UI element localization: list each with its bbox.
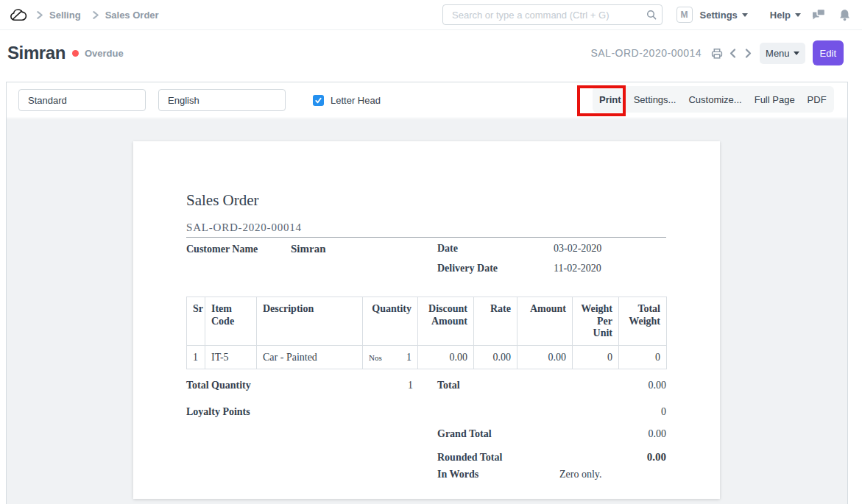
page-head: Simran Overdue SAL-ORD-2020-00014 Menu E…: [0, 30, 862, 82]
cell-item-code: IT-5: [205, 345, 257, 369]
search-icon: [646, 10, 657, 23]
help-menu[interactable]: Help: [770, 10, 801, 21]
settings-menu[interactable]: Settings: [700, 10, 748, 21]
col-description: Description: [257, 297, 363, 346]
chevron-down-icon: [795, 13, 801, 17]
total-quantity-value: 1: [393, 380, 437, 392]
rounded-total-value: 0.00: [554, 451, 666, 464]
print-preview-page: Sales Order SAL-ORD-2020-00014 Customer …: [133, 141, 720, 499]
print-toolbar: Standard English Letter Head Print Setti…: [7, 82, 847, 118]
col-total-weight: Total Weight: [619, 297, 667, 346]
grand-total-value: 0.00: [554, 428, 666, 441]
cell-quantity: Nos1: [363, 345, 418, 369]
items-table: Sr Item Code Description Quantity Discou…: [186, 297, 667, 369]
col-weight-per-unit: Weight Per Unit: [573, 297, 619, 346]
pdf-action[interactable]: PDF: [808, 94, 827, 105]
breadcrumb-item-sales-order[interactable]: Sales Order: [105, 10, 159, 21]
chat-icon[interactable]: [811, 8, 826, 21]
document-id: SAL-ORD-2020-00014: [590, 47, 702, 59]
print-preview-card: Standard English Letter Head Print Setti…: [6, 82, 848, 504]
checkbox-checked-icon: [313, 95, 324, 106]
menu-button[interactable]: Menu: [760, 43, 805, 64]
rounded-total-label: Rounded Total: [437, 452, 554, 464]
col-sr: Sr: [187, 297, 205, 346]
language-select[interactable]: English: [158, 89, 286, 111]
breadcrumb-item-selling[interactable]: Selling: [49, 10, 81, 21]
delivery-date-value: 11-02-2020: [554, 263, 601, 274]
print-icon[interactable]: [710, 47, 724, 60]
notifications-bell-icon[interactable]: [839, 9, 850, 21]
cell-total-weight: 0: [619, 345, 667, 369]
items-table-header: Sr Item Code Description Quantity Discou…: [187, 297, 667, 346]
breadcrumb-chevron-icon: [91, 10, 100, 20]
toolbar-actions: Print Settings... Customize... Full Page…: [593, 86, 834, 113]
app-logo-icon[interactable]: [9, 6, 29, 24]
cell-rate: 0.00: [474, 345, 517, 369]
breadcrumb-chevron-icon: [35, 10, 44, 20]
navbar-right: M Settings Help: [676, 7, 850, 23]
uom-value: Nos: [369, 352, 382, 364]
col-rate: Rate: [474, 297, 517, 346]
settings-label: Settings: [700, 10, 738, 21]
edit-button[interactable]: Edit: [813, 40, 844, 65]
in-words-label: In Words: [437, 469, 554, 481]
status-badge: Overdue: [85, 48, 124, 59]
letter-head-label: Letter Head: [331, 95, 381, 106]
print-area: Sales Order SAL-ORD-2020-00014 Customer …: [7, 119, 847, 504]
global-search: [442, 4, 663, 25]
navbar: Selling Sales Order M Settings Help: [0, 0, 862, 30]
menu-label: Menu: [766, 48, 790, 59]
doc-fields: Customer Name Simran Date 03-02-2020 Del…: [186, 243, 666, 283]
col-amount: Amount: [517, 297, 573, 346]
next-document-icon[interactable]: [743, 48, 753, 59]
breadcrumb: Selling Sales Order: [9, 6, 159, 24]
page-title: Simran: [7, 43, 66, 63]
print-format-select[interactable]: Standard: [18, 89, 146, 111]
print-action[interactable]: Print: [599, 94, 621, 105]
chevron-down-icon: [794, 52, 799, 55]
letter-head-checkbox[interactable]: Letter Head: [313, 95, 381, 106]
doc-subtitle: SAL-ORD-2020-00014: [186, 221, 666, 234]
divider: [186, 237, 666, 238]
total-value: 0.00: [554, 380, 666, 392]
customer-name-value: Simran: [291, 243, 326, 255]
loyalty-points-label: Loyalty Points: [186, 406, 393, 419]
status-indicator-dot: [72, 50, 79, 57]
search-input[interactable]: [442, 4, 663, 25]
totals-section: Total Quantity 1 Loyalty Points Total 0.…: [186, 375, 666, 486]
col-item-code: Item Code: [205, 297, 257, 346]
total-quantity-label: Total Quantity: [186, 380, 393, 392]
settings-action[interactable]: Settings...: [634, 94, 676, 105]
customer-name-label: Customer Name: [186, 244, 291, 255]
delivery-date-label: Delivery Date: [437, 263, 554, 274]
cell-description: Car - Painted: [257, 345, 363, 369]
prev-document-icon[interactable]: [728, 48, 738, 59]
avatar[interactable]: M: [676, 7, 693, 23]
qty-value: 1: [406, 352, 411, 364]
customize-action[interactable]: Customize...: [688, 94, 741, 105]
date-value: 03-02-2020: [554, 243, 601, 255]
loyalty-points-value: 0: [554, 406, 666, 419]
chevron-down-icon: [742, 13, 748, 17]
in-words-value: Zero only.: [554, 469, 666, 481]
cell-sr: 1: [187, 345, 205, 369]
full-page-action[interactable]: Full Page: [755, 94, 795, 105]
col-quantity: Quantity: [363, 297, 418, 346]
cell-amount: 0.00: [517, 345, 573, 369]
cell-discount-amount: 0.00: [418, 345, 474, 369]
date-label: Date: [437, 243, 554, 255]
help-label: Help: [770, 10, 791, 21]
grand-total-label: Grand Total: [437, 428, 554, 441]
col-discount-amount: Discount Amount: [418, 297, 474, 346]
page-actions: SAL-ORD-2020-00014 Menu Edit: [590, 40, 844, 65]
cell-weight-per-unit: 0: [573, 345, 619, 369]
table-row: 1 IT-5 Car - Painted Nos1 0.00 0.00 0.00…: [187, 345, 667, 369]
total-label: Total: [437, 380, 554, 392]
doc-title: Sales Order: [186, 191, 666, 209]
